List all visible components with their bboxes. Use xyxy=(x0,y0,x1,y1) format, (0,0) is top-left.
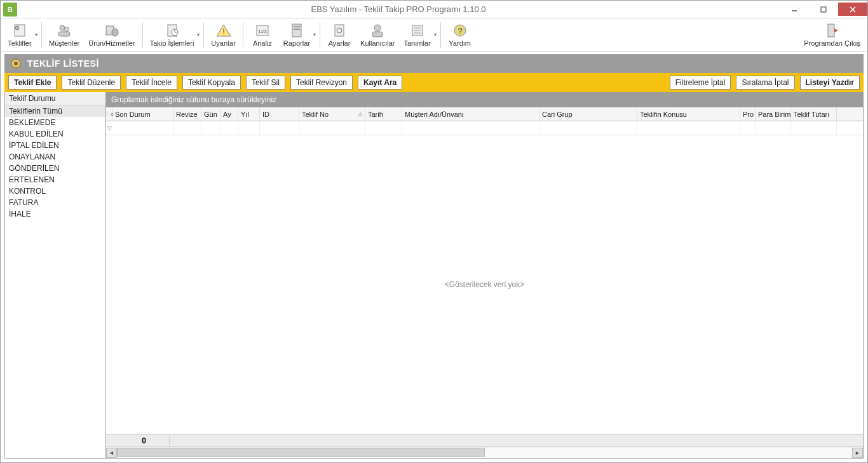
btn-teklif-ekle[interactable]: Teklif Ekle xyxy=(8,76,57,90)
btn-teklif-sil[interactable]: Teklif Sil xyxy=(246,76,285,90)
btn-teklif-duzenle[interactable]: Teklif Düzenle xyxy=(62,76,121,90)
column-header[interactable]: Tarih xyxy=(365,107,402,121)
filter-input[interactable] xyxy=(112,121,173,135)
main-toolbar: Teklifler ▾ Müşteriler Ürün/Hizmetler Ta… xyxy=(1,18,867,51)
column-header[interactable]: Gün xyxy=(201,107,220,121)
column-header[interactable]: Teklif Tutarı xyxy=(791,107,837,121)
filter-input[interactable] xyxy=(756,121,790,135)
toolbar-tanimlar[interactable]: Tanımlar xyxy=(399,20,435,50)
toolbar-takipislemleri[interactable]: Takip İşlemleri xyxy=(146,20,199,50)
sidebar-item[interactable]: BEKLEMEDE xyxy=(5,117,105,128)
sidebar-item[interactable]: FATURA xyxy=(5,197,105,208)
sidebar-item[interactable]: ONAYLANAN xyxy=(5,151,105,163)
svg-point-10 xyxy=(112,29,118,36)
column-header[interactable]: Teklif No△ xyxy=(299,107,365,121)
column-header[interactable]: Müşteri Adı/Ünvanı xyxy=(402,107,539,121)
filter-cell xyxy=(201,121,220,135)
toolbar-uyarilar[interactable]: ! Uyarılar xyxy=(207,20,240,50)
filter-input[interactable] xyxy=(173,121,201,135)
toolbar-separator xyxy=(142,22,143,48)
column-header[interactable]: Para Birimi xyxy=(756,107,791,121)
settings-icon xyxy=(331,22,348,39)
scroll-thumb[interactable] xyxy=(117,448,485,457)
content-area: Teklif Durumu Tekliflerin TümüBEKLEMEDEK… xyxy=(4,92,864,459)
filter-input[interactable] xyxy=(637,121,740,135)
grid-filter-row: ▽ xyxy=(106,121,863,135)
btn-teklif-incele[interactable]: Teklif İncele xyxy=(126,76,177,90)
row-handle-header[interactable]: ⋮≡ xyxy=(106,107,112,121)
toolbar-ayarlar[interactable]: Ayarlar xyxy=(323,20,356,50)
sidebar-item[interactable]: KABUL EDİLEN xyxy=(5,128,105,140)
filter-input[interactable] xyxy=(260,121,299,135)
column-header[interactable]: Cari Grup xyxy=(539,107,637,121)
dropdown-icon[interactable]: ▾ xyxy=(197,32,200,37)
filter-input[interactable] xyxy=(299,121,365,135)
filter-cell xyxy=(238,121,260,135)
btn-teklif-revizyon[interactable]: Teklif Revizyon xyxy=(290,76,353,90)
btn-teklif-kopyala[interactable]: Teklif Kopyala xyxy=(182,76,241,90)
column-header[interactable]: Pro xyxy=(740,107,756,121)
toolbar-yardim[interactable]: ? Yardım xyxy=(444,20,477,50)
minimize-button[interactable] xyxy=(780,3,809,16)
toolbar-raporlar[interactable]: Raporlar xyxy=(279,20,315,50)
column-header[interactable]: Yıl xyxy=(238,107,260,121)
toolbar-separator xyxy=(203,22,204,48)
svg-rect-25 xyxy=(372,32,383,37)
scroll-track[interactable] xyxy=(117,448,852,458)
toolbar-separator xyxy=(320,22,320,48)
group-drop-zone[interactable]: Gruplamak istediğiniz sütunu buraya sürü… xyxy=(106,92,863,107)
sidebar-item[interactable]: KONTROL xyxy=(5,185,105,197)
filter-input[interactable] xyxy=(539,121,637,135)
sidebar-item[interactable]: İHALE xyxy=(5,208,105,220)
filter-cell xyxy=(299,121,365,135)
dropdown-icon[interactable]: ▾ xyxy=(434,32,437,37)
filter-cell xyxy=(637,121,740,135)
scroll-right-arrow[interactable]: ► xyxy=(852,448,863,458)
column-header[interactable]: Son Durum xyxy=(112,107,173,121)
filter-input[interactable] xyxy=(740,121,755,135)
toolbar-musteriler[interactable]: Müşteriler xyxy=(44,20,84,50)
grid-horizontal-scrollbar[interactable]: ◄ ► xyxy=(106,446,863,458)
sidebar-item[interactable]: Tekliflerin Tümü xyxy=(5,105,105,117)
toolbar-urunhizmetler[interactable]: Ürün/Hizmetler xyxy=(84,20,139,50)
grid-row-count: 0 xyxy=(112,436,170,445)
btn-filtreleme-iptal[interactable]: Filtreleme İptal xyxy=(670,76,731,90)
app-icon: B xyxy=(3,3,17,17)
filter-cell xyxy=(112,121,173,135)
svg-rect-22 xyxy=(335,25,344,36)
dropdown-icon[interactable]: ▾ xyxy=(35,32,37,37)
dropdown-icon[interactable]: ▾ xyxy=(313,32,316,37)
filter-cell xyxy=(173,121,201,135)
sidebar-item[interactable]: GÖNDERİLEN xyxy=(5,163,105,174)
filter-input[interactable] xyxy=(238,121,259,135)
close-button[interactable] xyxy=(838,3,867,16)
filter-input[interactable] xyxy=(365,121,402,135)
column-header[interactable]: Ay xyxy=(220,107,238,121)
toolbar-teklifler[interactable]: Teklifler xyxy=(3,20,36,50)
sidebar-item[interactable]: ERTELENEN xyxy=(5,174,105,185)
filter-icon[interactable]: ▽ xyxy=(106,121,112,135)
app-window: B EBS Yazılım - Teklif Takip PRO Program… xyxy=(0,0,868,463)
column-header[interactable]: ID xyxy=(260,107,299,121)
column-header[interactable]: Revize xyxy=(173,107,201,121)
exit-icon xyxy=(824,22,841,39)
filter-input[interactable] xyxy=(402,121,539,135)
btn-kayit-ara[interactable]: Kayıt Ara xyxy=(358,76,402,90)
btn-listeyi-yazdir[interactable]: Listeyi Yazdır xyxy=(800,76,860,90)
filter-input[interactable] xyxy=(201,121,220,135)
sidebar-item[interactable]: İPTAL EDİLEN xyxy=(5,140,105,151)
toolbar-analiz[interactable]: 123 Analiz xyxy=(246,20,279,50)
filter-cell xyxy=(756,121,791,135)
filter-cell xyxy=(260,121,299,135)
sidebar-header: Teklif Durumu xyxy=(5,92,105,105)
column-header[interactable]: Teklifin Konusu xyxy=(637,107,740,121)
toolbar-kullanicilar[interactable]: Kullanıcılar xyxy=(356,20,399,50)
scroll-left-arrow[interactable]: ◄ xyxy=(106,448,117,458)
sort-asc-icon: △ xyxy=(358,111,362,117)
filter-input[interactable] xyxy=(791,121,836,135)
svg-rect-1 xyxy=(821,7,826,12)
toolbar-exit[interactable]: Programdan Çıkış xyxy=(799,20,865,50)
btn-siralama-iptal[interactable]: Sıralama İptal xyxy=(736,76,794,90)
filter-input[interactable] xyxy=(220,121,238,135)
maximize-button[interactable] xyxy=(809,3,838,16)
